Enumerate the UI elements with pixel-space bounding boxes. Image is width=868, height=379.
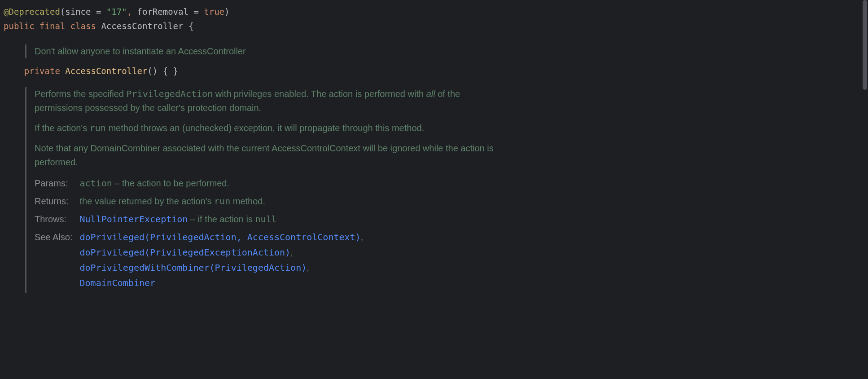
javadoc-returns-row: Returns: the value returned by the actio…: [35, 194, 363, 212]
throws-value: NullPointerException – if the action is …: [80, 212, 364, 229]
scrollbar-thumb[interactable]: [863, 0, 867, 90]
javadoc-throws-row: Throws: NullPointerException – if the ac…: [35, 212, 363, 229]
seealso-link[interactable]: DomainCombiner: [80, 278, 156, 288]
javadoc-paragraph: Performs the specified PrivilegedAction …: [35, 87, 501, 115]
code-editor[interactable]: @Deprecated(since = "17", forRemoval = t…: [0, 0, 868, 303]
code-line-constructor: private AccessController() { }: [0, 64, 868, 78]
code-line-annotation: @Deprecated(since = "17", forRemoval = t…: [0, 4, 868, 19]
throws-link[interactable]: NullPointerException: [80, 214, 188, 225]
returns-value: the value returned by the action's run m…: [80, 194, 364, 212]
annotation: @Deprecated: [4, 7, 60, 17]
javadoc-text: Don't allow anyone to instantiate an Acc…: [35, 44, 868, 58]
seealso-link[interactable]: doPrivilegedWithCombiner(PrivilegedActio…: [80, 262, 307, 273]
params-value: action – the action to be performed.: [80, 176, 364, 194]
javadoc-block-method: Performs the specified PrivilegedAction …: [25, 87, 501, 293]
params-label: Params:: [35, 176, 80, 194]
seealso-link[interactable]: doPrivileged(PrivilegedExceptionAction): [80, 247, 291, 258]
returns-label: Returns:: [35, 194, 80, 212]
javadoc-paragraph: Note that any DomainCombiner associated …: [35, 141, 501, 169]
javadoc-params-row: Params: action – the action to be perfor…: [35, 176, 363, 194]
javadoc-tags: Params: action – the action to be perfor…: [35, 176, 363, 293]
seealso-value: doPrivileged(PrivilegedAction, AccessCon…: [80, 229, 364, 293]
scrollbar-track[interactable]: [862, 0, 868, 379]
javadoc-block-constructor: Don't allow anyone to instantiate an Acc…: [25, 44, 868, 58]
javadoc-seealso-row: See Also: doPrivileged(PrivilegedAction,…: [35, 229, 363, 293]
throws-label: Throws:: [35, 212, 80, 229]
seealso-label: See Also:: [35, 229, 80, 293]
javadoc-paragraph: If the action's run method throws an (un…: [35, 121, 501, 135]
seealso-link[interactable]: doPrivileged(PrivilegedAction, AccessCon…: [80, 232, 361, 242]
code-line-class-decl: public final class AccessController {: [0, 19, 868, 33]
